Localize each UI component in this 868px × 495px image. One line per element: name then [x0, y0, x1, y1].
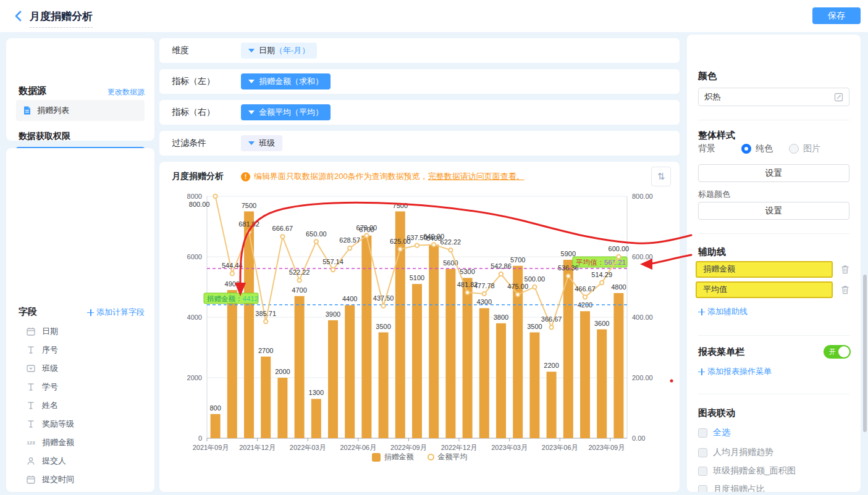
bar-2023年03月[interactable] [513, 266, 523, 438]
bar-2023年04月[interactable] [529, 333, 539, 439]
field-item-姓名[interactable]: 姓名 [6, 396, 154, 415]
bar-2022年03月[interactable] [311, 399, 321, 438]
bar-2023年09月[interactable] [613, 293, 623, 438]
radio-image-icon[interactable] [789, 144, 799, 154]
aux-line-input-平均值[interactable]: 平均值 [696, 281, 833, 298]
trash-icon[interactable] [840, 285, 850, 295]
line-point-2023年02月[interactable] [499, 272, 503, 276]
metric-left-pill[interactable]: 捐赠金额（求和） [241, 73, 331, 89]
select-all-row[interactable]: 全选 [698, 423, 849, 442]
save-button[interactable]: 保存 [812, 7, 861, 24]
edit-icon[interactable] [834, 93, 843, 102]
line-point-2023年01月[interactable] [482, 292, 486, 296]
filter-pill[interactable]: 班级 [241, 135, 282, 151]
back-icon[interactable] [11, 9, 26, 23]
field-item-提交人[interactable]: 提交人 [6, 452, 154, 470]
radio-solid-icon[interactable] [741, 144, 751, 154]
line-point-2022年03月[interactable] [314, 239, 318, 243]
field-item-学号[interactable]: 学号 [6, 378, 154, 396]
line-point-2022年09月[interactable] [415, 243, 419, 247]
menu-toggle[interactable]: 开 [824, 345, 851, 359]
field-item-提交时间[interactable]: 提交时间 [6, 470, 154, 489]
linkage-item-人均月捐赠趋势[interactable]: 人均月捐赠趋势 [698, 443, 849, 462]
line-point-2022年04月[interactable] [331, 268, 335, 272]
dimension-pill[interactable]: 日期（年-月） [241, 43, 317, 59]
line-point-2022年11月[interactable] [449, 248, 452, 252]
line-point-2022年12月[interactable] [465, 291, 469, 294]
color-theme-input[interactable]: 炽热 [698, 88, 849, 106]
field-item-更新时间[interactable]: 更新时间 [6, 489, 154, 492]
line-value-label: 681.82 [238, 220, 259, 228]
line-point-2023年07月[interactable] [583, 295, 587, 299]
divider [698, 233, 849, 234]
radio-image-label[interactable]: 图片 [803, 143, 820, 154]
legend-item-line[interactable]: 金额平均 [428, 452, 468, 462]
select-all-label[interactable]: 全选 [713, 427, 730, 438]
field-item-日期[interactable]: 日期 [6, 322, 154, 341]
checkbox-icon[interactable] [698, 467, 707, 476]
linkage-item-班级捐赠金额_面积图[interactable]: 班级捐赠金额_面积图 [698, 462, 849, 480]
add-report-menu-link[interactable]: 添加报表操作菜单 [698, 366, 772, 377]
aux-line-input-捐赠金额[interactable]: 捐赠金额 [696, 261, 833, 278]
bar-2023年02月[interactable] [496, 323, 506, 438]
bar-2022年10月[interactable] [429, 244, 439, 438]
bar-2021年10月[interactable] [227, 290, 237, 438]
line-point-2022年07月[interactable] [381, 304, 385, 307]
bar-2023年01月[interactable] [479, 308, 489, 438]
x-axis-label: 2022年09月 [390, 444, 427, 451]
metric-right-pill[interactable]: 金额平均（平均） [241, 104, 331, 120]
checkbox-icon[interactable] [698, 448, 707, 457]
field-item-奖励等级[interactable]: 奖励等级 [6, 415, 154, 433]
line-point-2023年09月[interactable] [617, 255, 620, 259]
bar-2022年01月[interactable] [277, 378, 287, 438]
line-point-2022年01月[interactable] [280, 235, 284, 238]
line-point-2022年02月[interactable] [297, 278, 301, 282]
bar-2022年05月[interactable] [345, 305, 355, 438]
bg-setting-button[interactable]: 设置 [698, 164, 849, 182]
change-datasource-link[interactable]: 更改数据源 [107, 87, 145, 98]
line-point-2022年06月[interactable] [364, 234, 368, 238]
bar-2022年06月[interactable] [361, 236, 371, 438]
line-point-2021年10月[interactable] [230, 272, 234, 275]
radio-solid-label[interactable]: 纯色 [756, 143, 773, 154]
scrollbar-thumb[interactable] [863, 275, 867, 432]
line-point-2023年05月[interactable] [549, 325, 553, 329]
bar-2022年08月[interactable] [395, 212, 405, 439]
line-point-2021年12月[interactable] [264, 320, 268, 323]
bar-2022年12月[interactable] [463, 278, 473, 438]
bar-2022年09月[interactable] [412, 284, 422, 438]
bar-2021年11月[interactable] [244, 212, 254, 439]
line-point-2023年06月[interactable] [567, 274, 570, 278]
field-item-序号[interactable]: 序号 [6, 341, 154, 359]
bar-2022年07月[interactable] [379, 333, 389, 439]
datasource-item[interactable]: 捐赠列表 [16, 100, 145, 121]
bar-2021年12月[interactable] [261, 357, 271, 438]
line-point-2021年09月[interactable] [213, 194, 217, 198]
checkbox-icon[interactable] [698, 428, 707, 438]
legend-item-bar[interactable]: 捐赠金额 [372, 452, 414, 462]
bar-2022年04月[interactable] [328, 320, 338, 438]
line-value-label: 557.14 [322, 258, 343, 265]
line-point-2022年05月[interactable] [348, 246, 352, 250]
line-point-2023年08月[interactable] [600, 281, 604, 285]
line-point-2022年10月[interactable] [432, 243, 436, 246]
title-color-setting-button[interactable]: 设置 [698, 202, 849, 220]
line-point-2022年08月[interactable] [398, 248, 402, 251]
right-axis-tick: 400.00 [632, 314, 653, 321]
field-item-班级[interactable]: 班级 [6, 359, 154, 378]
line-point-2021年11月[interactable] [247, 230, 251, 234]
field-item-捐赠金额[interactable]: 123捐赠金额 [6, 433, 154, 452]
checkbox-icon[interactable] [698, 485, 707, 493]
bar-2022年11月[interactable] [445, 269, 455, 438]
line-point-2023年04月[interactable] [533, 285, 536, 289]
bar-2022年02月[interactable] [295, 296, 305, 438]
linkage-item-月度捐赠占比[interactable]: 月度捐赠占比 [698, 480, 849, 492]
line-point-2023年03月[interactable] [516, 293, 520, 296]
add-calc-field-link[interactable]: 添加计算字段 [87, 307, 145, 318]
bar-2023年07月[interactable] [580, 311, 590, 438]
bar-2021年09月[interactable] [211, 414, 221, 438]
bar-2023年08月[interactable] [597, 330, 607, 438]
bar-2023年05月[interactable] [547, 372, 557, 438]
add-aux-line-link[interactable]: 添加辅助线 [698, 306, 748, 317]
trash-icon[interactable] [840, 264, 850, 275]
